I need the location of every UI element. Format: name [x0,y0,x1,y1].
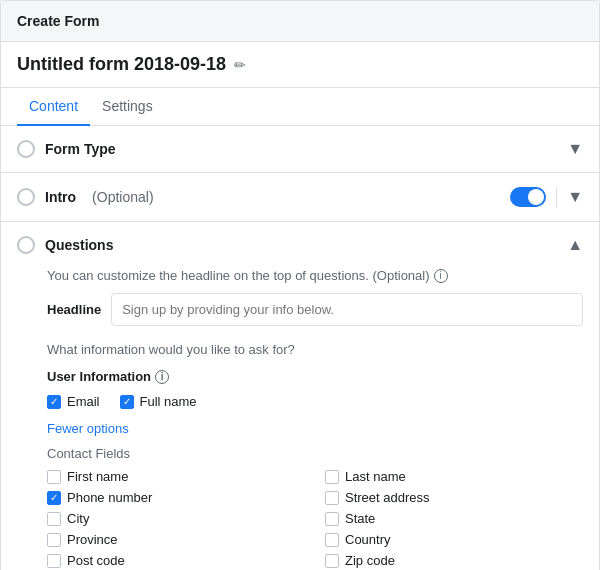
user-info-checkboxes: Email Full name [47,394,583,409]
contact-fields-grid: First name Last name Phone number Street… [47,469,583,568]
headline-row: Headline [47,293,583,326]
street-address-checkbox[interactable] [325,491,339,505]
list-item: Post code [47,553,305,568]
zip-code-checkbox[interactable] [325,554,339,568]
intro-left: Intro (Optional) [17,188,154,206]
phone-number-label: Phone number [67,490,152,505]
email-checkbox-item: Email [47,394,100,409]
intro-divider [556,187,557,207]
form-type-title: Form Type [45,141,116,157]
intro-chevron[interactable]: ▼ [567,188,583,206]
user-info-icon[interactable]: i [155,370,169,384]
list-item: Last name [325,469,583,484]
post-code-label: Post code [67,553,125,568]
form-type-left: Form Type [17,140,116,158]
headline-label: Headline [47,302,101,317]
form-title-row: Untitled form 2018-09-18 ✏ [1,42,599,88]
country-label: Country [345,532,391,547]
questions-title: Questions [45,237,113,253]
tab-content[interactable]: Content [17,88,90,126]
state-label: State [345,511,375,526]
intro-toggle-wrap: ▼ [510,187,583,207]
form-type-section: Form Type ▼ [1,126,599,173]
contact-fields-label: Contact Fields [47,446,583,461]
full-name-checkbox[interactable] [120,395,134,409]
questions-help-text: You can customize the headline on the to… [47,268,583,283]
fewer-options-link[interactable]: Fewer options [47,421,583,436]
street-address-label: Street address [345,490,430,505]
zip-code-label: Zip code [345,553,395,568]
user-info-label: User Information i [47,369,583,384]
intro-section: Intro (Optional) ▼ [1,173,599,222]
intro-header: Intro (Optional) ▼ [1,173,599,221]
province-label: Province [67,532,118,547]
province-checkbox[interactable] [47,533,61,547]
form-type-radio[interactable] [17,140,35,158]
questions-header: Questions ▲ [1,222,599,268]
intro-toggle[interactable] [510,187,546,207]
full-name-checkbox-item: Full name [120,394,197,409]
tabs-row: Content Settings [1,88,599,126]
city-checkbox[interactable] [47,512,61,526]
list-item: Phone number [47,490,305,505]
list-item: Province [47,532,305,547]
list-item: First name [47,469,305,484]
first-name-label: First name [67,469,128,484]
last-name-label: Last name [345,469,406,484]
form-type-header: Form Type ▼ [1,126,599,172]
page-header: Create Form [1,1,599,42]
list-item: Zip code [325,553,583,568]
list-item: State [325,511,583,526]
first-name-checkbox[interactable] [47,470,61,484]
questions-radio[interactable] [17,236,35,254]
list-item: City [47,511,305,526]
intro-radio[interactable] [17,188,35,206]
post-code-checkbox[interactable] [47,554,61,568]
state-checkbox[interactable] [325,512,339,526]
questions-chevron[interactable]: ▲ [567,236,583,254]
intro-title: Intro [45,189,76,205]
help-info-icon[interactable]: i [434,269,448,283]
form-title: Untitled form 2018-09-18 [17,54,226,75]
headline-input[interactable] [111,293,583,326]
list-item: Street address [325,490,583,505]
questions-section: Questions ▲ You can customize the headli… [1,222,599,570]
tab-settings[interactable]: Settings [90,88,165,126]
intro-optional: (Optional) [92,189,153,205]
list-item: Country [325,532,583,547]
ask-text: What information would you like to ask f… [47,342,583,357]
phone-number-checkbox[interactable] [47,491,61,505]
full-name-label: Full name [140,394,197,409]
country-checkbox[interactable] [325,533,339,547]
last-name-checkbox[interactable] [325,470,339,484]
page-header-title: Create Form [17,13,99,29]
questions-left: Questions [17,236,113,254]
edit-icon[interactable]: ✏ [234,57,246,73]
email-checkbox[interactable] [47,395,61,409]
city-label: City [67,511,89,526]
create-form-container: Create Form Untitled form 2018-09-18 ✏ C… [0,0,600,570]
form-type-chevron[interactable]: ▼ [567,140,583,158]
questions-body: You can customize the headline on the to… [1,268,599,570]
email-label: Email [67,394,100,409]
